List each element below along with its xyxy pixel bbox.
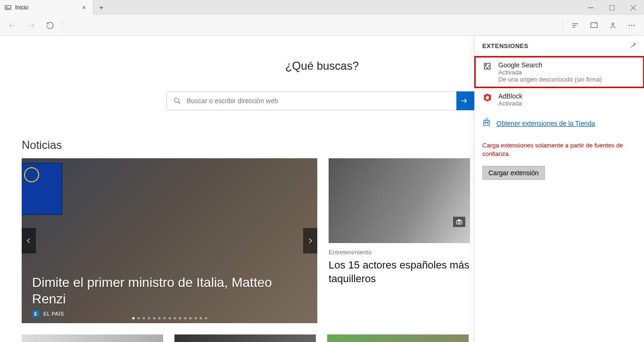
carousel-dot[interactable] <box>153 317 155 319</box>
news-thumbnail[interactable] <box>327 334 469 342</box>
carousel-dot[interactable] <box>199 317 202 319</box>
tab-title: Inicio <box>15 4 80 11</box>
eu-flag-graphic <box>22 163 62 215</box>
hub-button[interactable] <box>566 16 585 35</box>
reload-button[interactable] <box>41 16 59 35</box>
extension-name: AdBlock <box>498 92 636 100</box>
svg-rect-4 <box>610 5 615 10</box>
back-button[interactable] <box>3 16 22 35</box>
titlebar-drag-region <box>109 0 580 15</box>
carousel-dot[interactable] <box>148 317 150 319</box>
adblock-icon <box>482 92 493 103</box>
browser-tab[interactable]: Inicio × <box>0 0 93 15</box>
close-window-button[interactable] <box>623 0 644 15</box>
carousel-dot[interactable] <box>132 317 134 319</box>
extensions-panel: EXTENSIONES Google SearchActivadaDe una … <box>474 36 644 342</box>
titlebar: Inicio × ＋ <box>0 0 644 15</box>
gallery-icon <box>453 217 465 227</box>
pin-panel-button[interactable] <box>630 42 636 50</box>
news-thumbnail[interactable] <box>174 334 316 342</box>
carousel-dot[interactable] <box>158 317 160 319</box>
store-link[interactable]: Obtener extensiones de la Tienda <box>496 120 595 127</box>
maximize-button[interactable] <box>602 0 623 15</box>
extension-status: Activada <box>498 69 636 76</box>
secondary-category: Entretenimiento <box>329 249 470 256</box>
extensions-panel-title: EXTENSIONES <box>482 42 528 49</box>
svg-point-21 <box>458 221 461 223</box>
extension-status: Activada <box>498 100 636 107</box>
svg-rect-26 <box>485 122 486 123</box>
puzzle-icon <box>482 61 493 72</box>
carousel-dot[interactable] <box>184 317 186 319</box>
svg-point-16 <box>634 24 635 25</box>
news-thumbnail[interactable] <box>22 334 163 342</box>
carousel-dot[interactable] <box>173 317 176 319</box>
store-link-row: Obtener extensiones de la Tienda <box>475 112 644 130</box>
secondary-title: Los 15 actores españoles más taquilleros <box>329 259 470 285</box>
carousel-dot[interactable] <box>142 317 145 319</box>
svg-rect-3 <box>588 8 594 8</box>
carousel-dot[interactable] <box>194 317 197 319</box>
carousel-next-button[interactable] <box>303 228 317 253</box>
carousel-dot[interactable] <box>189 317 191 319</box>
carousel-prev-button[interactable] <box>22 228 36 253</box>
carousel-dot[interactable] <box>163 317 165 319</box>
svg-line-23 <box>631 46 633 48</box>
svg-rect-27 <box>487 122 488 123</box>
window-controls <box>580 0 644 15</box>
source-name: EL PAÍS <box>43 311 64 317</box>
carousel-dot[interactable] <box>179 317 181 319</box>
search-icon <box>173 97 181 105</box>
search-bar[interactable] <box>166 91 478 110</box>
more-button[interactable] <box>622 16 641 35</box>
svg-rect-0 <box>5 6 11 10</box>
svg-point-15 <box>631 24 632 25</box>
webnote-button[interactable] <box>585 16 603 35</box>
tab-close-icon[interactable]: × <box>80 4 88 11</box>
secondary-news-card[interactable]: Entretenimiento Los 15 actores españoles… <box>329 158 470 323</box>
svg-rect-25 <box>484 121 489 126</box>
secondary-news-image <box>329 158 470 243</box>
extension-note: De una origen desconocido (sin firma) <box>498 76 636 83</box>
load-extension-button[interactable]: Cargar extensión <box>482 166 545 180</box>
svg-rect-1 <box>6 7 8 7</box>
minimize-button[interactable] <box>580 0 602 15</box>
extensions-panel-header: EXTENSIONES <box>475 36 644 57</box>
store-icon <box>482 118 491 128</box>
svg-line-18 <box>178 102 180 104</box>
toolbar-separator <box>62 20 63 31</box>
extension-item[interactable]: Google SearchActivadaDe una origen desco… <box>475 57 644 88</box>
share-button[interactable] <box>603 16 622 35</box>
svg-point-13 <box>612 23 614 25</box>
extensions-warning: Carga extensiones solamente a partir de … <box>475 130 644 163</box>
carousel-dot[interactable] <box>168 317 171 319</box>
svg-point-14 <box>629 24 630 25</box>
lead-headline: Dimite el primer ministro de Italia, Mat… <box>32 274 307 307</box>
carousel-dot[interactable] <box>137 317 140 319</box>
carousel-dot[interactable] <box>205 317 207 319</box>
tab-favicon-icon <box>5 4 11 11</box>
extension-name: Google Search <box>498 61 636 69</box>
svg-point-17 <box>174 98 179 102</box>
forward-button[interactable] <box>22 16 41 35</box>
lead-source: E EL PAÍS <box>32 310 64 318</box>
extension-item[interactable]: AdBlockActivada <box>475 88 644 112</box>
toolbar-separator <box>562 20 563 31</box>
search-input[interactable] <box>187 97 456 105</box>
carousel-dots[interactable] <box>132 317 207 319</box>
new-tab-button[interactable]: ＋ <box>93 0 109 15</box>
source-badge-icon: E <box>32 310 40 318</box>
svg-rect-2 <box>6 8 10 8</box>
lead-news-card[interactable]: Dimite el primer ministro de Italia, Mat… <box>22 158 317 323</box>
toolbar <box>0 15 644 36</box>
